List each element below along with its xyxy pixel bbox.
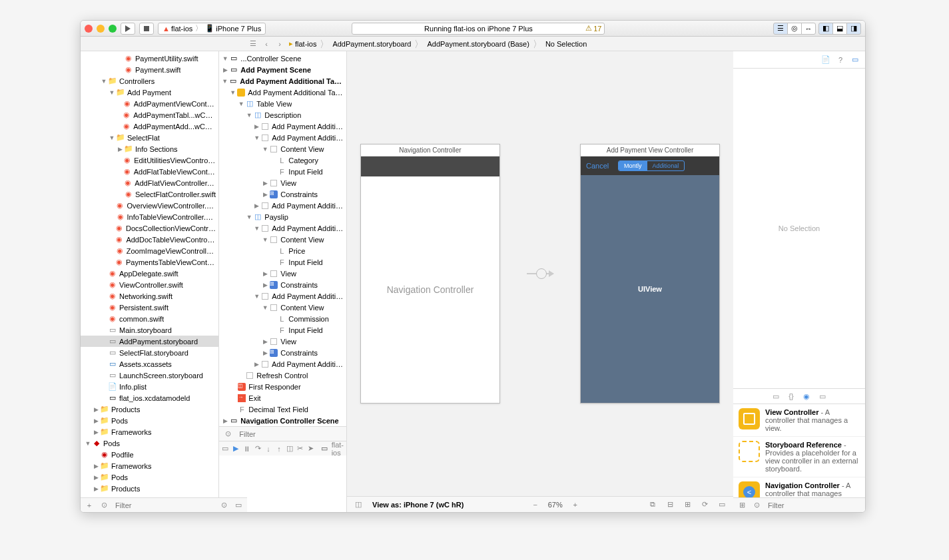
- tree-row[interactable]: ◉AddFlatViewController.swift: [81, 177, 218, 188]
- disclosure-icon[interactable]: ▼: [101, 78, 107, 85]
- scm-filter-icon[interactable]: ▭: [232, 499, 244, 511]
- tree-row[interactable]: ◉AddFlatTableViewController.swift: [81, 166, 218, 177]
- version-editor[interactable]: ↔: [801, 23, 816, 35]
- related-items[interactable]: ☰: [247, 38, 259, 50]
- disclosure-icon[interactable]: ▼: [85, 440, 91, 447]
- tree-row[interactable]: ◉AddPaymentViewController.swift: [81, 98, 218, 109]
- tree-row[interactable]: ◉DocsCollectionViewController.swift: [81, 222, 218, 234]
- tree-row[interactable]: LPrice: [219, 245, 346, 256]
- tree-row[interactable]: ▶View: [219, 268, 346, 279]
- run-button[interactable]: [121, 23, 135, 35]
- step-out-icon[interactable]: ↑: [276, 443, 282, 455]
- breakpoint-icon[interactable]: ▶: [232, 443, 239, 455]
- tree-row[interactable]: ▼Content View: [219, 302, 346, 313]
- disclosure-icon[interactable]: ▶: [93, 418, 99, 424]
- nav-forward[interactable]: ›: [274, 38, 286, 50]
- disclosure-icon[interactable]: ▼: [222, 78, 228, 85]
- stop-button[interactable]: [139, 23, 154, 35]
- disclosure-icon[interactable]: ▼: [230, 89, 236, 96]
- tree-row[interactable]: ▼📁SelectFlat: [81, 132, 218, 143]
- toggle-utilities[interactable]: ◨: [846, 23, 861, 35]
- disclosure-icon[interactable]: ▼: [109, 89, 115, 96]
- tree-row[interactable]: ▶📁Frameworks: [81, 460, 218, 471]
- tree-row[interactable]: ▶View: [219, 177, 346, 188]
- file-template-tab[interactable]: ▭: [773, 392, 779, 401]
- tree-row[interactable]: ▭Main.storyboard: [81, 324, 218, 336]
- tree-row[interactable]: ▶📁Frameworks: [81, 426, 218, 437]
- warnings-badge[interactable]: ⚠ 17: [585, 24, 601, 33]
- scheme-selector[interactable]: ▲ flat-ios 〉 📱 iPhone 7 Plus: [158, 23, 266, 35]
- tree-row[interactable]: ▼Add Payment Additional...: [219, 222, 346, 234]
- standard-editor[interactable]: ☰: [773, 23, 788, 35]
- tree-row[interactable]: ▼Add Payment Additional...: [219, 290, 346, 302]
- disclosure-icon[interactable]: ▼: [222, 55, 228, 62]
- view-as-label[interactable]: View as: iPhone 7 (wC hR): [372, 501, 464, 509]
- tree-row[interactable]: ▼📁Add Payment: [81, 87, 218, 98]
- disclosure-icon[interactable]: ▶: [262, 282, 268, 288]
- tree-row[interactable]: ◉EditUtilitiesViewController.swift: [81, 154, 218, 166]
- disclosure-icon[interactable]: ▼: [254, 293, 260, 300]
- tree-row[interactable]: ▶📁Pods: [81, 415, 218, 426]
- grid-icon[interactable]: ⊞: [736, 499, 748, 511]
- tree-row[interactable]: ▶Add Payment Additional...: [219, 200, 346, 211]
- tree-row[interactable]: ◉OverviewViewController.swift: [81, 200, 218, 211]
- code-snippet-tab[interactable]: {}: [789, 392, 793, 400]
- seg-monthly[interactable]: Montly: [619, 161, 647, 170]
- tree-row[interactable]: ◉Networking.swift: [81, 290, 218, 302]
- tree-row[interactable]: ▭LaunchScreen.storyboard: [81, 370, 218, 381]
- disclosure-icon[interactable]: ▼: [238, 101, 244, 107]
- align-icon[interactable]: ⊟: [664, 499, 676, 511]
- tree-row[interactable]: ▼◫Payslip: [219, 211, 346, 222]
- cancel-button[interactable]: Cancel: [586, 162, 609, 170]
- crumb-0[interactable]: ▸flat-ios: [287, 39, 318, 48]
- crumb-1[interactable]: AddPayment.storyboard: [330, 40, 413, 48]
- disclosure-icon[interactable]: ▼: [254, 135, 260, 141]
- tree-row[interactable]: LCategory: [219, 154, 346, 166]
- tree-row[interactable]: ▶▭Add Payment Scene: [219, 64, 346, 75]
- disclosure-icon[interactable]: ▼: [254, 225, 260, 232]
- tree-row[interactable]: ▶Add Payment Additional...: [219, 121, 346, 132]
- tree-row[interactable]: ▼Content View: [219, 234, 346, 245]
- nav-back[interactable]: ‹: [260, 38, 272, 50]
- library-item[interactable]: Storyboard Reference - Provides a placeh…: [733, 437, 865, 477]
- library-item[interactable]: <Navigation Controller - A controller th…: [733, 477, 865, 497]
- seg-additional[interactable]: Additional: [647, 161, 685, 170]
- tree-row[interactable]: ◉PaymentUtility.swift: [81, 53, 218, 64]
- tree-row[interactable]: ◉ViewController.swift: [81, 279, 218, 290]
- toggle-outline-icon[interactable]: ◫: [352, 499, 364, 511]
- disclosure-icon[interactable]: ▶: [254, 202, 260, 209]
- tree-row[interactable]: Refresh Control: [219, 370, 346, 381]
- tree-row[interactable]: 📄Info.plist: [81, 381, 218, 392]
- tree-row[interactable]: ◉AppDelegate.swift: [81, 268, 218, 279]
- tree-row[interactable]: ▶📁Pods: [81, 471, 218, 483]
- tree-row[interactable]: ◉ZoomImageViewController.swift: [81, 245, 218, 256]
- disclosure-icon[interactable]: ▶: [254, 123, 260, 130]
- tree-row[interactable]: ◉Persistent.swift: [81, 302, 218, 313]
- file-inspector-tab[interactable]: 📄: [820, 54, 832, 66]
- tree-row[interactable]: ▭flat_ios.xcdatamodeld: [81, 392, 218, 404]
- tree-row[interactable]: ▶📁Products: [81, 483, 218, 494]
- tree-row[interactable]: ◉common.swift: [81, 313, 218, 324]
- disclosure-icon[interactable]: ▶: [93, 463, 99, 469]
- toggle-debug-area[interactable]: ⬓: [832, 23, 847, 35]
- tree-row[interactable]: ◉AddDocTableViewController.swift: [81, 234, 218, 245]
- tree-row[interactable]: ▭SelectFlat.storyboard: [81, 347, 218, 358]
- tree-row[interactable]: ▭AddPayment.storyboard: [81, 336, 218, 347]
- tree-row[interactable]: ▼▭Add Payment Additional Table View...: [219, 75, 346, 87]
- tree-row[interactable]: ◉AddPaymentAdd...wController.swift: [81, 121, 218, 132]
- pin-icon[interactable]: ⊞: [681, 499, 693, 511]
- close-window[interactable]: [85, 25, 93, 33]
- zoom-in[interactable]: +: [569, 499, 581, 511]
- help-inspector-tab[interactable]: ?: [834, 54, 846, 66]
- tree-row[interactable]: ▶▭Navigation Controller Scene: [219, 415, 346, 426]
- crumb-2[interactable]: AddPayment.storyboard (Base): [425, 40, 531, 48]
- tree-row[interactable]: FInput Field: [219, 256, 346, 268]
- storyboard-canvas[interactable]: Navigation Controller Navigation Control…: [347, 51, 733, 496]
- embed-icon[interactable]: ⧉: [647, 499, 659, 511]
- disclosure-icon[interactable]: ▶: [262, 180, 268, 186]
- tree-row[interactable]: ◉SelectFlatController.swift: [81, 188, 218, 200]
- disclosure-icon[interactable]: ▶: [117, 146, 123, 152]
- tree-row[interactable]: ◉PaymentsTableViewController.swift: [81, 256, 218, 268]
- outline-filter-input[interactable]: [236, 428, 344, 440]
- add-file-icon[interactable]: +: [83, 499, 95, 511]
